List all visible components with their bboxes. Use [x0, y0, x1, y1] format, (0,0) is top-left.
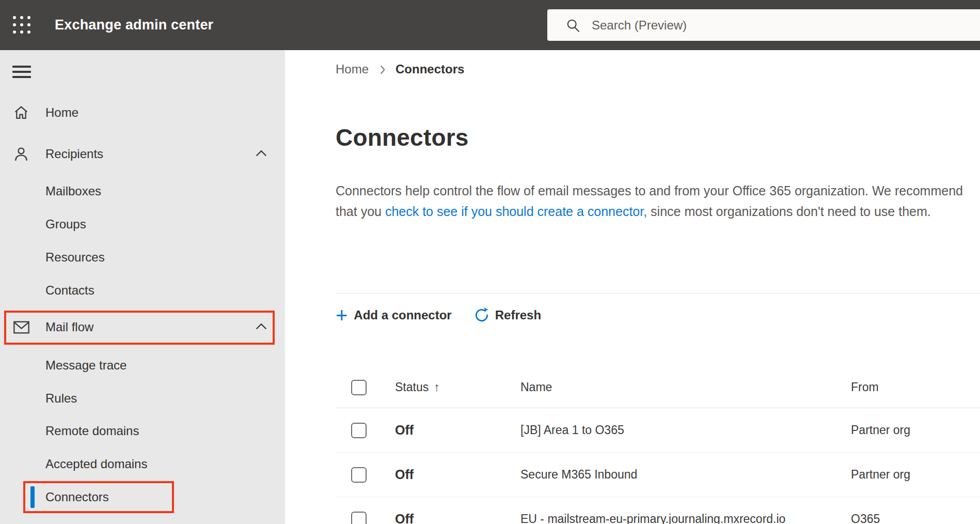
table-row[interactable]: Off EU - mailstream-eu-primary.journalin…: [336, 497, 980, 524]
exchange-admin-center-app: Exchange admin center Home Recipients: [0, 0, 980, 524]
table-row[interactable]: Off Secure M365 Inbound Partner org: [336, 453, 980, 497]
command-bar: + Add a connector Refresh: [336, 302, 541, 329]
table-header-row: Status ↑ Name From: [336, 367, 980, 408]
app-launcher-button[interactable]: [11, 14, 32, 35]
hamburger-icon: [12, 66, 31, 68]
sidebar-item-groups[interactable]: Groups: [0, 210, 285, 239]
table-row[interactable]: Off [JB] Area 1 to O365 Partner org: [336, 408, 980, 453]
app-title: Exchange admin center: [55, 0, 213, 50]
page-title: Connectors: [336, 124, 469, 151]
main-content: Home Connectors Connectors Connectors he…: [285, 50, 980, 524]
breadcrumb-current: Connectors: [396, 62, 464, 76]
sidebar-item-resources[interactable]: Resources: [0, 243, 285, 272]
sidebar-item-mailboxes[interactable]: Mailboxes: [0, 177, 285, 206]
refresh-icon: [473, 307, 490, 323]
chevron-up-icon: [254, 147, 268, 161]
row-checkbox[interactable]: [351, 423, 367, 438]
create-connector-check-link[interactable]: check to see if you should create a conn…: [385, 204, 647, 219]
connectors-table: Status ↑ Name From Off [JB] Area 1 to O3…: [336, 367, 980, 524]
selected-item-indicator: [30, 486, 35, 508]
connector-name: EU - mailstream-eu-primary.journaling.mx…: [520, 512, 851, 524]
connector-name: [JB] Area 1 to O365: [520, 423, 851, 437]
sidebar-item-mail-flow[interactable]: Mail flow: [0, 313, 285, 342]
chevron-up-icon: [254, 320, 268, 334]
sidebar-item-contacts[interactable]: Contacts: [0, 276, 285, 305]
toolbar-top-divider: [336, 293, 980, 294]
connector-from: Partner org: [851, 423, 980, 437]
breadcrumb-chevron-icon: [376, 63, 389, 76]
add-connector-button[interactable]: + Add a connector: [336, 306, 452, 324]
search-icon: [566, 18, 580, 33]
connector-from: Partner org: [851, 468, 980, 482]
select-all-checkbox[interactable]: [351, 380, 367, 395]
page-description: Connectors help control the flow of emai…: [336, 180, 967, 222]
sort-ascending-icon: ↑: [434, 380, 440, 394]
row-checkbox[interactable]: [351, 467, 367, 483]
sidebar-item-home[interactable]: Home: [0, 98, 285, 127]
sidebar-item-message-trace[interactable]: Message trace: [0, 351, 285, 380]
sidebar-item-accepted-domains[interactable]: Accepted domains: [0, 450, 285, 479]
sidebar-item-remote-domains[interactable]: Remote domains: [0, 417, 285, 445]
breadcrumb: Home Connectors: [336, 60, 464, 78]
global-search: [547, 9, 980, 41]
connector-from: O365: [851, 512, 980, 524]
sidebar-nav: Home Recipients Mailboxes Groups Resourc…: [0, 50, 285, 524]
column-header-status[interactable]: Status ↑: [395, 380, 520, 394]
plus-icon: +: [336, 306, 347, 324]
sidebar-item-connectors[interactable]: Connectors: [0, 483, 285, 512]
column-header-name[interactable]: Name: [520, 380, 851, 394]
person-icon: [12, 145, 30, 163]
column-header-from[interactable]: From: [851, 380, 980, 394]
row-checkbox[interactable]: [351, 512, 367, 524]
top-bar: Exchange admin center: [0, 0, 980, 50]
refresh-button[interactable]: Refresh: [473, 307, 541, 323]
search-input[interactable]: [580, 9, 980, 41]
mail-icon: [12, 318, 30, 336]
nav-collapse-button[interactable]: [12, 66, 31, 78]
breadcrumb-home-link[interactable]: Home: [336, 62, 369, 76]
waffle-icon: [13, 16, 30, 34]
sidebar-item-recipients[interactable]: Recipients: [0, 140, 285, 168]
home-icon: [12, 104, 30, 121]
connector-name: Secure M365 Inbound: [520, 468, 851, 482]
sidebar-item-rules[interactable]: Rules: [0, 384, 285, 413]
